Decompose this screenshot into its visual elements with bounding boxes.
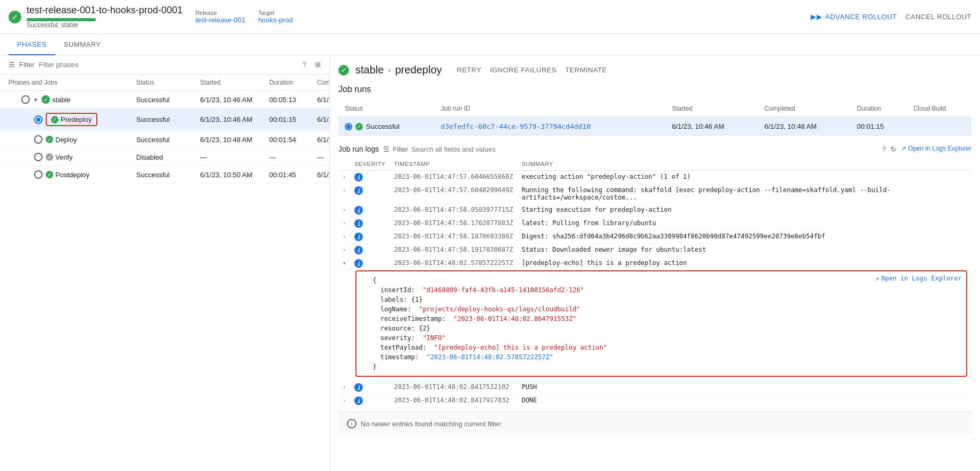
help-icon[interactable]: ?	[303, 61, 306, 69]
log-expand-icon[interactable]: ›	[343, 207, 346, 213]
log-timestamp: 2023-06-01T14:48:02.8417532102	[389, 381, 517, 394]
log-row: › i 2023-06-01T14:47:57.6046655868Z exec…	[338, 171, 971, 184]
log-json-line: receiveTimestamp: "2023-06-01T14:48:02.8…	[365, 314, 958, 324]
log-severity-info-icon: i	[354, 173, 363, 181]
log-expand-icon[interactable]: ›	[343, 384, 346, 390]
table-row[interactable]: ✓ Predeploy Successful 6/1/23, 10:46 AM …	[0, 109, 329, 131]
filter-icon: ☰	[383, 145, 389, 153]
retry-button[interactable]: RETRY	[457, 66, 481, 74]
job-run-duration: 00:01:15	[851, 117, 907, 136]
phases-table-header: Phases and Jobs Status Started Duration …	[0, 75, 329, 91]
log-summary: PUSH	[517, 381, 971, 394]
log-timestamp: 2023-06-01T14:48:02.8417917832	[389, 394, 517, 408]
tab-summary[interactable]: SUMMARY	[55, 34, 110, 55]
log-expand-icon[interactable]: ›	[343, 220, 346, 226]
phase-title: stable › predeploy	[355, 64, 442, 76]
log-severity-info-icon: i	[354, 246, 363, 254]
no-entries-banner: i No newer entries found matching curren…	[338, 412, 971, 435]
external-link-icon: ↗	[901, 145, 906, 152]
log-expand-icon[interactable]: ›	[343, 174, 346, 180]
release-name: test-release-001-to-hooks-prod-0001	[27, 5, 182, 16]
table-row[interactable]: ✓ Deploy Successful 6/1/23, 10:48 AM 00:…	[0, 131, 329, 148]
log-section-header: Job run logs ☰ Filter ? ↻ ↗ Open in Logs…	[338, 145, 971, 153]
tab-bar: PHASES SUMMARY	[0, 34, 980, 55]
verify-status-badge: ✓ Verify	[46, 153, 73, 161]
log-summary: [predeploy-echo] this is a predeploy act…	[517, 257, 971, 270]
log-json-line: {	[365, 276, 958, 285]
ignore-failures-button[interactable]: IGNORE FAILURES	[490, 66, 557, 74]
target-meta-label: Target	[258, 10, 293, 16]
deploy-status-badge: ✓ Deploy	[46, 136, 77, 144]
log-severity-info-icon: i	[354, 219, 363, 228]
log-row: › i 2023-06-01T14:47:58.0503977715Z Star…	[338, 204, 971, 217]
log-json-line: resource: {2}	[365, 324, 958, 333]
log-severity-info-icon: i	[354, 396, 363, 405]
log-row: › i 2023-06-01T14:48:02.8417532102 PUSH	[338, 381, 971, 394]
header-meta-group: Release test-release-001 Target hooks-pr…	[195, 10, 293, 24]
terminate-button[interactable]: TERMINATE	[565, 66, 607, 74]
postdeploy-status-badge: ✓ Postdeploy	[46, 171, 89, 179]
open-logs-explorer-link[interactable]: ↗ Open in Logs Explorer	[901, 145, 971, 152]
phase-action-buttons: RETRY IGNORE FAILURES TERMINATE	[457, 66, 607, 74]
no-entries-text: No newer entries found matching current …	[361, 420, 502, 428]
phase-status-icon: ✓	[338, 65, 349, 76]
log-search-input[interactable]	[411, 145, 518, 153]
refresh-icon[interactable]: ↻	[891, 145, 896, 153]
log-summary: DONE	[517, 394, 971, 408]
target-meta: Target hooks-prod	[258, 10, 293, 24]
predeploy-status-badge: ✓ Predeploy	[46, 113, 97, 126]
tab-phases[interactable]: PHASES	[9, 34, 55, 55]
target-link[interactable]: hooks-prod	[258, 16, 293, 24]
log-expand-icon[interactable]: ›	[343, 247, 346, 253]
log-severity-info-icon: i	[354, 206, 363, 214]
postdeploy-row-name: ✓ Postdeploy	[9, 170, 136, 179]
right-panel: ✓ stable › predeploy RETRY IGNORE FAILUR…	[330, 55, 980, 471]
phase-detail-header: ✓ stable › predeploy RETRY IGNORE FAILUR…	[338, 64, 971, 76]
log-filter-label: Filter	[393, 145, 408, 153]
left-panel: ☰ Filter ? ⊞ Phases and Jobs Status Star…	[0, 55, 330, 471]
radio-verify[interactable]	[34, 153, 43, 161]
release-meta: Release test-release-001	[195, 10, 245, 24]
columns-icon[interactable]: ⊞	[315, 61, 321, 69]
table-row[interactable]: ✓ Verify Disabled — — —	[0, 148, 329, 166]
log-table-header: SEVERITY TIMESTAMP SUMMARY	[338, 158, 971, 171]
advance-arrows-icon: ▶▶	[811, 13, 822, 21]
log-json-line: timestamp: "2023-06-01T14:48:02.57857222…	[365, 352, 958, 362]
expand-icon[interactable]: ▼	[33, 97, 38, 103]
radio-deploy[interactable]	[34, 135, 43, 144]
table-row[interactable]: ✓ Postdeploy Successful 6/1/23, 10:50 AM…	[0, 166, 329, 184]
log-expand-icon[interactable]: ›	[343, 187, 346, 193]
table-row[interactable]: ▼ ✓ stable Successful 6/1/23, 10:46 AM 0…	[0, 91, 329, 109]
radio-stable[interactable]	[21, 95, 30, 104]
job-run-radio[interactable]	[345, 123, 352, 130]
log-action-buttons: ? ↻ ↗ Open in Logs Explorer	[882, 145, 971, 153]
log-expand-icon[interactable]: ›	[343, 398, 346, 403]
log-summary: Digest: sha256:dfd64a3b4296d8c9b62aa3309…	[517, 230, 971, 244]
cancel-rollout-button[interactable]: CANCEL ROLLOUT	[906, 13, 971, 21]
advance-rollout-button[interactable]: ▶▶ ADVANCE ROLLOUT	[811, 13, 896, 21]
open-logs-explorer-inline-link[interactable]: ↗ Open in Logs Explorer	[875, 275, 962, 282]
verify-status-icon: ✓	[46, 153, 53, 161]
log-summary: Status: Downloaded newer image for ubunt…	[517, 244, 971, 257]
job-runs-table-header: Status Job run ID Started Completed Dura…	[338, 101, 971, 117]
radio-predeploy[interactable]	[34, 115, 43, 124]
log-expand-icon[interactable]: ›	[343, 234, 346, 239]
verify-row-name: ✓ Verify	[9, 153, 136, 161]
log-timestamp: 2023-06-01T14:47:57.6048299649Z	[389, 184, 517, 204]
log-row: › i 2023-06-01T14:47:58.1917030687Z Stat…	[338, 244, 971, 257]
release-link[interactable]: test-release-001	[195, 16, 245, 24]
log-expanded-content: ↗ Open in Logs Explorer { insertId: "d14…	[338, 270, 971, 382]
job-run-row[interactable]: ✓ Successful d3efedfc-60c7-44ce-9579-377…	[338, 117, 971, 136]
job-runs-title: Job runs	[338, 85, 971, 94]
help-icon[interactable]: ?	[882, 145, 886, 153]
log-expand-icon[interactable]: ▾	[343, 260, 346, 266]
log-row-expanded: ▾ i 2023-06-01T14:48:02.5785722257Z [pre…	[338, 257, 971, 270]
job-runs-table: Status Job run ID Started Completed Dura…	[338, 101, 971, 136]
log-row: › i 2023-06-01T14:47:58.1762077883Z late…	[338, 217, 971, 230]
filter-input[interactable]	[39, 61, 298, 69]
log-timestamp: 2023-06-01T14:47:58.0503977715Z	[389, 204, 517, 217]
job-run-cloud-build	[907, 117, 971, 136]
filter-icon: ☰	[9, 61, 15, 69]
log-json-line: }	[365, 362, 958, 371]
radio-postdeploy[interactable]	[34, 170, 43, 179]
